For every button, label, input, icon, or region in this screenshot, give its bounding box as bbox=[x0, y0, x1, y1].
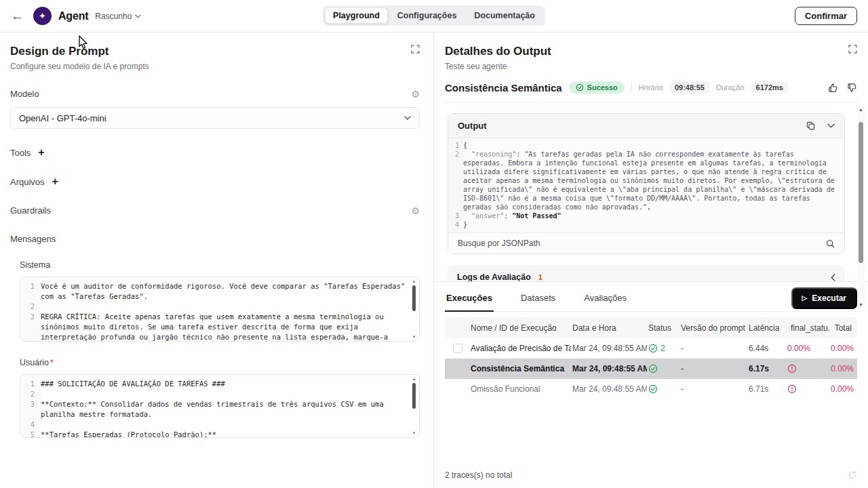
code-line: 3REGRA CRÍTICA: Aceite apenas tarefas qu… bbox=[20, 312, 407, 342]
tab-avaliações[interactable]: Avaliações bbox=[583, 285, 628, 312]
app-logo: ✦ bbox=[33, 7, 52, 25]
scroll-down-icon[interactable]: ▼ bbox=[859, 302, 863, 308]
row-prompt-version: - bbox=[679, 384, 747, 394]
scrollbar-thumb[interactable] bbox=[412, 285, 416, 311]
status-badge: Sucesso bbox=[569, 81, 625, 94]
table-row[interactable]: Consistência SemânticaMar 24, 09:48:55 A… bbox=[445, 359, 857, 379]
vertical-scrollbar[interactable]: ▲ ▼ bbox=[857, 106, 865, 309]
editor-scrollbar[interactable]: ▲ ▼ bbox=[411, 279, 417, 339]
scroll-up-icon[interactable]: ▲ bbox=[859, 107, 863, 113]
code-line: 2 "reasoning": "As tarefas geradas pela … bbox=[448, 150, 837, 211]
code-line: 4 bbox=[20, 420, 407, 430]
user-message-label: Usuário* bbox=[20, 358, 420, 367]
jsonpath-input[interactable] bbox=[458, 239, 826, 248]
thumbs-up-icon[interactable] bbox=[828, 83, 838, 93]
cell-status bbox=[647, 384, 679, 394]
chevron-left-icon[interactable] bbox=[831, 274, 835, 281]
required-mark: * bbox=[50, 358, 54, 367]
tab-execuções[interactable]: Execuções bbox=[445, 285, 494, 312]
code-line: 3 "answer": "Not Passed" bbox=[448, 211, 837, 220]
expand-icon[interactable] bbox=[848, 45, 857, 54]
divider bbox=[631, 82, 632, 93]
guardrails-label: Guardrails bbox=[10, 205, 51, 216]
editor-scrollbar[interactable]: ▲ ▼ bbox=[411, 377, 417, 435]
code-line: 1Você é um auditor de conformidade rigor… bbox=[20, 281, 407, 302]
gear-icon[interactable]: ⚙ bbox=[411, 206, 420, 216]
tab-documentação[interactable]: Documentação bbox=[466, 7, 543, 24]
header-latency: Latência bbox=[747, 323, 786, 333]
warning-circle-icon bbox=[787, 364, 797, 373]
left-panel-title: Design de Prompt bbox=[10, 45, 149, 58]
copy-icon[interactable] bbox=[806, 121, 815, 130]
add-file-button[interactable]: + bbox=[52, 176, 58, 187]
cell-tot: 0.00% bbox=[829, 364, 857, 373]
cell-status bbox=[647, 364, 679, 373]
row-datetime: Mar 24, 09:48:55 AM bbox=[571, 364, 647, 373]
check-circle-icon bbox=[648, 384, 658, 394]
tab-configurações[interactable]: Configurações bbox=[389, 7, 465, 24]
confirm-button[interactable]: Confirmar bbox=[795, 7, 857, 25]
cell-fin bbox=[786, 364, 829, 373]
header-version: Versão do prompt bbox=[679, 323, 747, 333]
messages-label: Mensagens bbox=[10, 234, 56, 244]
system-prompt-editor[interactable]: 1Você é um auditor de conformidade rigor… bbox=[20, 277, 420, 342]
row-prompt-version: - bbox=[679, 364, 747, 373]
cell-tot: 0.00% bbox=[829, 384, 857, 394]
executions-panel: ExecuçõesDatasetsAvaliações ▷ Executar N… bbox=[434, 282, 868, 488]
row-latency: 6.44s bbox=[747, 344, 786, 353]
evaluation-logs-section[interactable]: Logs de Avaliação 1 bbox=[448, 265, 845, 281]
header-final-status: final_statu... bbox=[786, 323, 829, 333]
duration-value: 6172ms bbox=[751, 81, 788, 94]
gear-icon[interactable]: ⚙ bbox=[411, 89, 420, 99]
row-checkbox[interactable] bbox=[453, 344, 462, 353]
right-panel-title: Detalhes do Output bbox=[445, 45, 551, 58]
user-prompt-editor[interactable]: 1### SOLICITAÇÃO DE AVALIAÇÃO DE TAREFAS… bbox=[20, 374, 420, 438]
table-row[interactable]: Omissão FuncionalMar 24, 09:48:55 AM-6.7… bbox=[445, 379, 857, 399]
back-arrow-icon[interactable]: ← bbox=[11, 9, 24, 22]
scroll-up-icon[interactable]: ▲ bbox=[412, 377, 416, 381]
tab-datasets[interactable]: Datasets bbox=[519, 285, 557, 312]
table-row[interactable]: Avaliação de Precisão de Tar...Mar 24, 0… bbox=[445, 338, 857, 359]
row-name: Omissão Funcional bbox=[469, 384, 571, 394]
executions-table-body: Avaliação de Precisão de Tar...Mar 24, 0… bbox=[445, 338, 857, 399]
search-icon[interactable] bbox=[826, 239, 835, 248]
topbar: ← ✦ Agent Rascunho PlaygroundConfiguraçõ… bbox=[0, 0, 868, 33]
add-tool-button[interactable]: + bbox=[38, 147, 44, 158]
output-details-panel: Detalhes do Output Teste seu agente Cons… bbox=[434, 33, 868, 488]
refresh-icon[interactable] bbox=[848, 470, 857, 480]
thumbs-down-icon[interactable] bbox=[847, 83, 857, 93]
version-dropdown[interactable]: Rascunho bbox=[95, 12, 141, 21]
cell-tot: 0.00% bbox=[829, 344, 857, 353]
scroll-down-icon[interactable]: ▼ bbox=[412, 431, 416, 435]
left-panel-subtitle: Configure seu modelo de IA e prompts bbox=[10, 62, 149, 71]
run-title: Consistência Semântica bbox=[445, 82, 562, 94]
output-scroll-area: Output 1{2 "reasoning": "As tarefas gera… bbox=[434, 103, 868, 281]
code-line: 4} bbox=[448, 220, 837, 229]
code-line: 3**Contexto:** Consolidar dados de venda… bbox=[20, 399, 407, 420]
logs-count-badge: 1 bbox=[538, 273, 542, 281]
cell-fin bbox=[786, 384, 829, 394]
collapse-chevron-icon[interactable] bbox=[827, 123, 835, 128]
chevron-down-icon bbox=[135, 14, 141, 18]
tab-playground[interactable]: Playground bbox=[325, 7, 388, 24]
scrollbar-thumb[interactable] bbox=[412, 383, 416, 409]
code-line: 2 bbox=[20, 302, 407, 312]
execute-button[interactable]: ▷ Executar bbox=[791, 287, 857, 309]
row-datetime: Mar 24, 09:48:55 AM bbox=[571, 344, 647, 353]
row-prompt-version: - bbox=[679, 344, 747, 353]
output-card: Output 1{2 "reasoning": "As tarefas gera… bbox=[448, 113, 845, 254]
model-select[interactable]: OpenAI - GPT-4o-mini bbox=[10, 107, 420, 129]
scroll-up-icon[interactable]: ▲ bbox=[412, 279, 416, 283]
row-name: Avaliação de Precisão de Tar... bbox=[469, 344, 571, 353]
row-latency: 6.17s bbox=[747, 364, 786, 373]
row-latency: 6.71s bbox=[747, 384, 786, 394]
system-prompt-lines: 1Você é um auditor de conformidade rigor… bbox=[20, 281, 407, 342]
tools-label: Tools bbox=[10, 148, 31, 158]
time-value: 09:48:55 bbox=[670, 81, 709, 94]
scrollbar-thumb[interactable] bbox=[859, 122, 863, 263]
output-json-code[interactable]: 1{2 "reasoning": "As tarefas geradas pel… bbox=[448, 138, 844, 232]
app-title: Agent bbox=[58, 10, 88, 22]
jsonpath-search bbox=[448, 232, 844, 253]
scroll-down-icon[interactable]: ▼ bbox=[412, 335, 416, 339]
expand-icon[interactable] bbox=[411, 45, 420, 54]
